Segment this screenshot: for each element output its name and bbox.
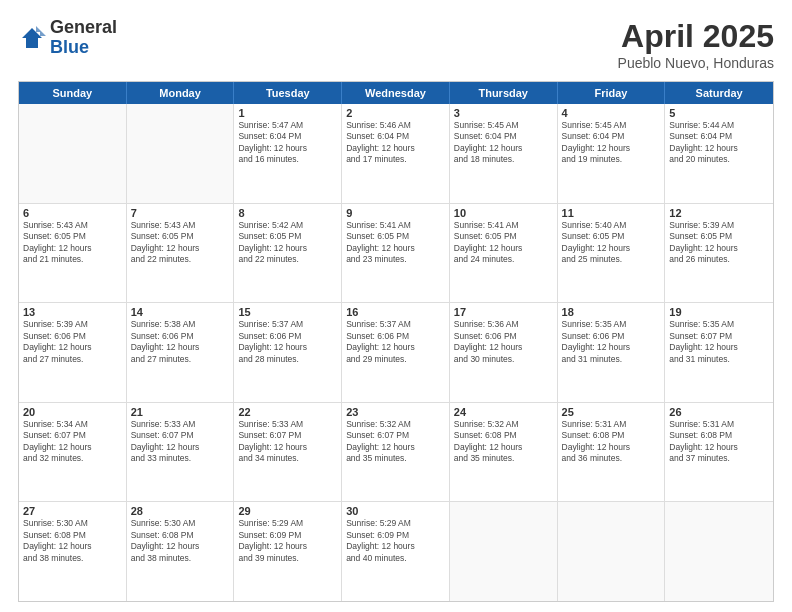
day-number: 6 xyxy=(23,207,122,219)
calendar-cell: 2Sunrise: 5:46 AM Sunset: 6:04 PM Daylig… xyxy=(342,104,450,203)
calendar-cell: 8Sunrise: 5:42 AM Sunset: 6:05 PM Daylig… xyxy=(234,204,342,303)
day-info: Sunrise: 5:37 AM Sunset: 6:06 PM Dayligh… xyxy=(346,319,445,365)
day-number: 24 xyxy=(454,406,553,418)
day-info: Sunrise: 5:35 AM Sunset: 6:07 PM Dayligh… xyxy=(669,319,769,365)
calendar-week-4: 20Sunrise: 5:34 AM Sunset: 6:07 PM Dayli… xyxy=(19,403,773,503)
day-number: 12 xyxy=(669,207,769,219)
calendar-week-3: 13Sunrise: 5:39 AM Sunset: 6:06 PM Dayli… xyxy=(19,303,773,403)
day-info: Sunrise: 5:29 AM Sunset: 6:09 PM Dayligh… xyxy=(346,518,445,564)
day-info: Sunrise: 5:40 AM Sunset: 6:05 PM Dayligh… xyxy=(562,220,661,266)
day-number: 18 xyxy=(562,306,661,318)
day-number: 17 xyxy=(454,306,553,318)
calendar-cell: 6Sunrise: 5:43 AM Sunset: 6:05 PM Daylig… xyxy=(19,204,127,303)
title-block: April 2025 Pueblo Nuevo, Honduras xyxy=(618,18,774,71)
day-info: Sunrise: 5:43 AM Sunset: 6:05 PM Dayligh… xyxy=(23,220,122,266)
calendar-week-1: 1Sunrise: 5:47 AM Sunset: 6:04 PM Daylig… xyxy=(19,104,773,204)
day-info: Sunrise: 5:33 AM Sunset: 6:07 PM Dayligh… xyxy=(131,419,230,465)
calendar-week-2: 6Sunrise: 5:43 AM Sunset: 6:05 PM Daylig… xyxy=(19,204,773,304)
day-info: Sunrise: 5:32 AM Sunset: 6:08 PM Dayligh… xyxy=(454,419,553,465)
calendar-subtitle: Pueblo Nuevo, Honduras xyxy=(618,55,774,71)
calendar-cell xyxy=(19,104,127,203)
day-number: 14 xyxy=(131,306,230,318)
day-info: Sunrise: 5:42 AM Sunset: 6:05 PM Dayligh… xyxy=(238,220,337,266)
calendar-cell: 30Sunrise: 5:29 AM Sunset: 6:09 PM Dayli… xyxy=(342,502,450,601)
logo-icon xyxy=(18,24,46,52)
calendar-cell: 29Sunrise: 5:29 AM Sunset: 6:09 PM Dayli… xyxy=(234,502,342,601)
header-cell-tuesday: Tuesday xyxy=(234,82,342,104)
calendar-cell: 13Sunrise: 5:39 AM Sunset: 6:06 PM Dayli… xyxy=(19,303,127,402)
header-cell-wednesday: Wednesday xyxy=(342,82,450,104)
calendar-cell: 20Sunrise: 5:34 AM Sunset: 6:07 PM Dayli… xyxy=(19,403,127,502)
day-info: Sunrise: 5:37 AM Sunset: 6:06 PM Dayligh… xyxy=(238,319,337,365)
calendar-cell: 22Sunrise: 5:33 AM Sunset: 6:07 PM Dayli… xyxy=(234,403,342,502)
calendar-cell: 4Sunrise: 5:45 AM Sunset: 6:04 PM Daylig… xyxy=(558,104,666,203)
day-number: 29 xyxy=(238,505,337,517)
day-info: Sunrise: 5:43 AM Sunset: 6:05 PM Dayligh… xyxy=(131,220,230,266)
day-number: 3 xyxy=(454,107,553,119)
calendar-cell: 17Sunrise: 5:36 AM Sunset: 6:06 PM Dayli… xyxy=(450,303,558,402)
header-cell-friday: Friday xyxy=(558,82,666,104)
day-number: 4 xyxy=(562,107,661,119)
day-info: Sunrise: 5:45 AM Sunset: 6:04 PM Dayligh… xyxy=(454,120,553,166)
calendar-cell: 28Sunrise: 5:30 AM Sunset: 6:08 PM Dayli… xyxy=(127,502,235,601)
day-info: Sunrise: 5:47 AM Sunset: 6:04 PM Dayligh… xyxy=(238,120,337,166)
day-info: Sunrise: 5:35 AM Sunset: 6:06 PM Dayligh… xyxy=(562,319,661,365)
day-info: Sunrise: 5:46 AM Sunset: 6:04 PM Dayligh… xyxy=(346,120,445,166)
day-number: 16 xyxy=(346,306,445,318)
calendar-cell xyxy=(450,502,558,601)
header-cell-saturday: Saturday xyxy=(665,82,773,104)
day-info: Sunrise: 5:31 AM Sunset: 6:08 PM Dayligh… xyxy=(562,419,661,465)
calendar-cell: 11Sunrise: 5:40 AM Sunset: 6:05 PM Dayli… xyxy=(558,204,666,303)
calendar-cell xyxy=(127,104,235,203)
logo-blue-label: Blue xyxy=(50,38,117,58)
page: General Blue April 2025 Pueblo Nuevo, Ho… xyxy=(0,0,792,612)
calendar-cell: 19Sunrise: 5:35 AM Sunset: 6:07 PM Dayli… xyxy=(665,303,773,402)
day-number: 1 xyxy=(238,107,337,119)
day-number: 20 xyxy=(23,406,122,418)
day-info: Sunrise: 5:34 AM Sunset: 6:07 PM Dayligh… xyxy=(23,419,122,465)
calendar-cell xyxy=(558,502,666,601)
header: General Blue April 2025 Pueblo Nuevo, Ho… xyxy=(18,18,774,71)
day-number: 13 xyxy=(23,306,122,318)
calendar-cell xyxy=(665,502,773,601)
header-cell-thursday: Thursday xyxy=(450,82,558,104)
calendar-cell: 12Sunrise: 5:39 AM Sunset: 6:05 PM Dayli… xyxy=(665,204,773,303)
day-info: Sunrise: 5:44 AM Sunset: 6:04 PM Dayligh… xyxy=(669,120,769,166)
calendar-cell: 24Sunrise: 5:32 AM Sunset: 6:08 PM Dayli… xyxy=(450,403,558,502)
calendar-cell: 25Sunrise: 5:31 AM Sunset: 6:08 PM Dayli… xyxy=(558,403,666,502)
day-info: Sunrise: 5:45 AM Sunset: 6:04 PM Dayligh… xyxy=(562,120,661,166)
day-number: 27 xyxy=(23,505,122,517)
calendar-body: 1Sunrise: 5:47 AM Sunset: 6:04 PM Daylig… xyxy=(19,104,773,601)
calendar-cell: 23Sunrise: 5:32 AM Sunset: 6:07 PM Dayli… xyxy=(342,403,450,502)
calendar-cell: 27Sunrise: 5:30 AM Sunset: 6:08 PM Dayli… xyxy=(19,502,127,601)
calendar-cell: 21Sunrise: 5:33 AM Sunset: 6:07 PM Dayli… xyxy=(127,403,235,502)
calendar-cell: 14Sunrise: 5:38 AM Sunset: 6:06 PM Dayli… xyxy=(127,303,235,402)
calendar-cell: 7Sunrise: 5:43 AM Sunset: 6:05 PM Daylig… xyxy=(127,204,235,303)
day-info: Sunrise: 5:33 AM Sunset: 6:07 PM Dayligh… xyxy=(238,419,337,465)
day-number: 28 xyxy=(131,505,230,517)
day-number: 15 xyxy=(238,306,337,318)
day-number: 19 xyxy=(669,306,769,318)
day-number: 26 xyxy=(669,406,769,418)
logo-general-label: General xyxy=(50,18,117,38)
calendar-cell: 15Sunrise: 5:37 AM Sunset: 6:06 PM Dayli… xyxy=(234,303,342,402)
day-number: 10 xyxy=(454,207,553,219)
header-cell-sunday: Sunday xyxy=(19,82,127,104)
calendar: SundayMondayTuesdayWednesdayThursdayFrid… xyxy=(18,81,774,602)
calendar-cell: 16Sunrise: 5:37 AM Sunset: 6:06 PM Dayli… xyxy=(342,303,450,402)
calendar-cell: 1Sunrise: 5:47 AM Sunset: 6:04 PM Daylig… xyxy=(234,104,342,203)
day-info: Sunrise: 5:38 AM Sunset: 6:06 PM Dayligh… xyxy=(131,319,230,365)
day-number: 22 xyxy=(238,406,337,418)
calendar-cell: 9Sunrise: 5:41 AM Sunset: 6:05 PM Daylig… xyxy=(342,204,450,303)
logo-text: General Blue xyxy=(50,18,117,58)
day-info: Sunrise: 5:41 AM Sunset: 6:05 PM Dayligh… xyxy=(454,220,553,266)
day-info: Sunrise: 5:32 AM Sunset: 6:07 PM Dayligh… xyxy=(346,419,445,465)
day-number: 7 xyxy=(131,207,230,219)
day-number: 2 xyxy=(346,107,445,119)
day-info: Sunrise: 5:39 AM Sunset: 6:06 PM Dayligh… xyxy=(23,319,122,365)
day-info: Sunrise: 5:36 AM Sunset: 6:06 PM Dayligh… xyxy=(454,319,553,365)
calendar-week-5: 27Sunrise: 5:30 AM Sunset: 6:08 PM Dayli… xyxy=(19,502,773,601)
day-number: 9 xyxy=(346,207,445,219)
calendar-header-row: SundayMondayTuesdayWednesdayThursdayFrid… xyxy=(19,82,773,104)
day-info: Sunrise: 5:30 AM Sunset: 6:08 PM Dayligh… xyxy=(131,518,230,564)
